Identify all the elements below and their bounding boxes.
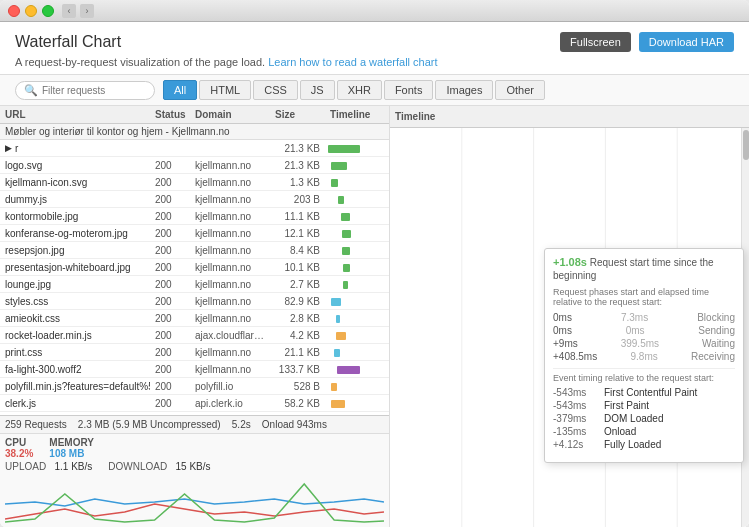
main-content: URL Status Domain Size Timeline Møbler o… [0,106,749,527]
page-header: Waterfall Chart Fullscreen Download HAR … [0,22,749,75]
request-count: 259 Requests [5,419,67,430]
forward-button[interactable]: › [80,4,94,18]
scrollbar-thumb[interactable] [743,130,749,160]
table-row[interactable]: lounge.jpg 200 kjellmann.no 2.7 KB 16.9m… [0,276,389,293]
popup-event-row: -379msDOM Loaded [553,412,735,425]
back-button[interactable]: ‹ [62,4,76,18]
table-row[interactable]: konferanse-og-moterom.jpg 200 kjellmann.… [0,225,389,242]
table-row[interactable]: kjellmann-icon.svg 200 kjellmann.no 1.3 … [0,174,389,191]
table-row[interactable]: fa-light-300.woff2 200 kjellmann.no 133.… [0,361,389,378]
load-time: 5.2s [232,419,251,430]
download-har-button[interactable]: Download HAR [639,32,734,52]
fullscreen-button[interactable]: Fullscreen [560,32,631,52]
table-row[interactable]: styles.css 200 kjellmann.no 82.9 KB 41ms [0,293,389,310]
cpu-label: CPU [5,437,33,448]
popup-divider [553,368,735,369]
popup-phase-row: +408.5ms9.8msReceiving [553,350,735,363]
popup-event-row: +4.12sFully Loaded [553,438,735,451]
search-input[interactable] [42,85,152,96]
summary-bar: 259 Requests 2.3 MB (5.9 MB Uncompressed… [0,415,389,433]
popup-events: -543msFirst Contentful Paint -543msFirst… [553,386,735,451]
header-buttons: Fullscreen Download HAR [560,32,734,52]
timeline-panel: Timeline +1.08s Request start ti [390,106,749,527]
title-bar: ‹ › [0,0,749,22]
main-window: ‹ › Waterfall Chart Fullscreen Download … [0,0,749,527]
col-header-status: Status [150,106,190,123]
sparkline-chart [5,474,384,524]
filter-tab-fonts[interactable]: Fonts [384,80,434,100]
col-header-url: URL [0,106,150,123]
content-area: Waterfall Chart Fullscreen Download HAR … [0,22,749,527]
popup-events-label: Event timing relative to the request sta… [553,373,735,383]
cpu-value: 38.2% [5,448,33,459]
page-title: Waterfall Chart [15,33,121,51]
table-row[interactable]: presentasjon-whiteboard.jpg 200 kjellman… [0,259,389,276]
timeline-content: +1.08s Request start time since the begi… [390,128,749,527]
requests-panel: URL Status Domain Size Timeline Møbler o… [0,106,390,527]
upload-value: 1.1 KB/s [54,461,92,472]
col-header-domain: Domain [190,106,270,123]
table-row[interactable]: polyfill.min.js?features=default%5... 20… [0,378,389,395]
popup-time-since: +1.08s Request start time since the begi… [553,255,735,282]
popup-phase-row: 0ms7.3msBlocking [553,311,735,324]
request-detail-popup: +1.08s Request start time since the begi… [544,248,744,463]
search-icon: 🔍 [24,84,38,97]
cell-url: ▶ r [0,141,150,156]
timeline-header: Timeline [390,106,749,128]
filter-tab-html[interactable]: HTML [199,80,251,100]
search-box: 🔍 [15,81,155,100]
subtitle: A request-by-request visualization of th… [15,56,734,68]
close-button[interactable] [8,5,20,17]
popup-phase-row: +9ms399.5msWaiting [553,337,735,350]
maximize-button[interactable] [42,5,54,17]
filter-tab-css[interactable]: CSS [253,80,298,100]
requests-list[interactable]: Møbler og interiør til kontor og hjem - … [0,124,389,415]
popup-phases: 0ms7.3msBlocking 0ms0msSending +9ms399.5… [553,311,735,363]
onload-time: Onload 943ms [262,419,327,430]
table-row[interactable]: rocket-loader.min.js 200 ajax.cloudflare… [0,327,389,344]
table-row[interactable]: logo.svg 200 kjellmann.no 21.3 KB 189.4m… [0,157,389,174]
filter-tabs: All HTML CSS JS XHR Fonts Images Other [163,80,545,100]
filter-tab-images[interactable]: Images [435,80,493,100]
traffic-lights [8,5,54,17]
table-row[interactable]: print.css 200 kjellmann.no 21.1 KB 30.5m… [0,344,389,361]
table-row[interactable]: dummy.js 200 kjellmann.no 203 B 318ms [0,191,389,208]
table-row[interactable]: amieokit.css 200 kjellmann.no 2.8 KB 3ms [0,310,389,327]
group-header: Møbler og interiør til kontor og hjem - … [0,124,389,140]
table-row[interactable]: ▶ r 21.3 KB 338.1ms [0,140,389,157]
download-label: DOWNLOAD [108,461,167,472]
table-row[interactable]: kontormobile.jpg 200 kjellmann.no 11.1 K… [0,208,389,225]
upload-label: UPLOAD [5,461,46,472]
table-row[interactable]: resepsjon.jpg 200 kjellmann.no 8.4 KB 55… [0,242,389,259]
nav-buttons: ‹ › [62,4,94,18]
data-size: 2.3 MB [78,419,110,430]
memory-label: MEMORY [49,437,94,448]
memory-value: 108 MB [49,448,94,459]
popup-event-row: -543msFirst Contentful Paint [553,386,735,399]
filter-tab-js[interactable]: JS [300,80,335,100]
toolbar: 🔍 All HTML CSS JS XHR Fonts Images Other [0,75,749,106]
filter-tab-all[interactable]: All [163,80,197,100]
uncompressed-size: 5.9 MB Uncompressed [116,419,218,430]
popup-phase-row: 0ms0msSending [553,324,735,337]
filter-tab-other[interactable]: Other [495,80,545,100]
popup-event-row: -135msOnload [553,425,735,438]
col-header-size: Size [270,106,325,123]
timeline-label: Timeline [395,111,435,122]
popup-event-row: -543msFirst Paint [553,399,735,412]
col-header-timeline: Timeline [325,106,389,123]
minimize-button[interactable] [25,5,37,17]
popup-elapsed-label: Request phases start and elapsed time re… [553,287,735,307]
learn-link[interactable]: Learn how to read a waterfall chart [268,56,437,68]
filter-tab-xhr[interactable]: XHR [337,80,382,100]
download-value: 15 KB/s [176,461,211,472]
table-row[interactable]: clerk.js 200 api.clerk.io 58.2 KB 110.3m… [0,395,389,412]
table-header: URL Status Domain Size Timeline [0,106,389,124]
